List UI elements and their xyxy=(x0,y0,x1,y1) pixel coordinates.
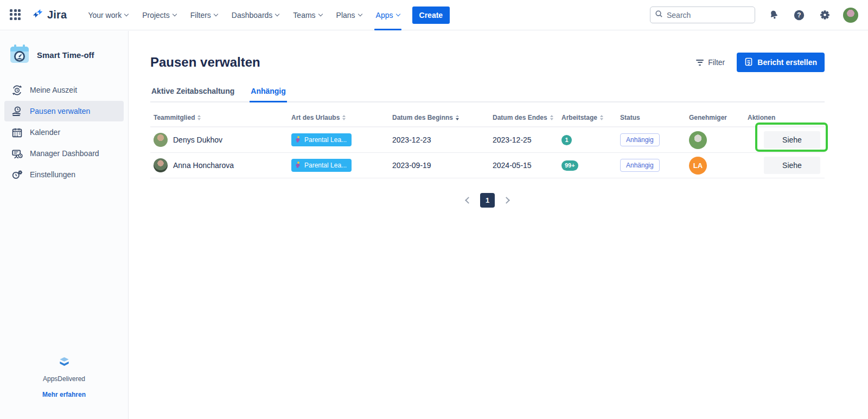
sidebar-item-meine-auszeit[interactable]: Meine Auszeit xyxy=(4,80,124,100)
column-header-arbeitstage[interactable]: Arbeitstage xyxy=(558,109,617,126)
table-header-row: Teammitglied Art des Urlaubs Datum des B… xyxy=(150,109,825,127)
clock-gear-icon xyxy=(11,169,23,181)
status-badge: Anhängig xyxy=(620,133,660,146)
nav-item-plans[interactable]: Plans xyxy=(329,0,369,30)
nav-item-apps[interactable]: Apps xyxy=(369,0,407,30)
sidebar-menu: Meine Auszeit Pausen verwalten xyxy=(0,76,128,188)
search-icon xyxy=(655,10,663,20)
search-input[interactable] xyxy=(667,11,743,20)
siehe-button[interactable]: Siehe xyxy=(764,131,820,149)
nav-item-teams[interactable]: Teams xyxy=(286,0,329,30)
main-content: Pausen verwalten Filter Bericht erstelle… xyxy=(129,31,868,419)
sort-desc-icon xyxy=(456,115,459,120)
nav-item-dashboards[interactable]: Dashboards xyxy=(225,0,286,30)
sidebar-item-pausen-verwalten[interactable]: Pausen verwalten xyxy=(4,101,124,121)
member-avatar[interactable] xyxy=(154,133,168,147)
start-date: 2023-12-23 xyxy=(389,136,489,144)
start-date: 2023-09-19 xyxy=(389,161,489,170)
chevron-down-icon xyxy=(395,11,400,16)
column-header-genehmiger: Genehmiger xyxy=(686,109,744,126)
nav-item-your-work[interactable]: Your work xyxy=(81,0,135,30)
leave-type-badge[interactable]: Parental Lea... xyxy=(291,133,352,146)
search-box[interactable] xyxy=(650,7,755,23)
workdays-badge: 99+ xyxy=(561,160,578,171)
end-date: 2023-12-25 xyxy=(489,136,558,144)
table-row: Anna Honcharova Parental Lea... 2023-09-… xyxy=(150,153,825,178)
next-page-icon[interactable] xyxy=(503,197,510,204)
hand-clock-icon xyxy=(11,106,23,117)
end-date: 2024-05-15 xyxy=(489,161,558,170)
calendar-icon xyxy=(11,127,23,138)
tab-anhaengig[interactable]: Anhängig xyxy=(250,87,287,102)
chevron-down-icon xyxy=(318,11,322,16)
leave-requests-table: Teammitglied Art des Urlaubs Datum des B… xyxy=(150,109,825,178)
chevron-down-icon xyxy=(172,11,176,16)
sidebar-item-label: Einstellungen xyxy=(30,170,75,179)
pregnant-woman-icon xyxy=(294,161,302,170)
filter-icon xyxy=(696,60,704,66)
smart-timeoff-app-icon xyxy=(9,43,30,67)
app-switcher-icon[interactable] xyxy=(10,9,22,21)
sidebar-item-manager-dashboard[interactable]: Manager Dashboard xyxy=(4,143,124,164)
column-header-art-des-urlaubs[interactable]: Art des Urlaubs xyxy=(288,109,389,126)
primary-nav: Your work Projects Filters Dashboards Te… xyxy=(81,0,406,30)
approver-avatar-initials[interactable]: LA xyxy=(689,157,707,175)
nav-item-filters[interactable]: Filters xyxy=(183,0,225,30)
status-badge: Anhängig xyxy=(620,159,660,172)
sidebar-item-label: Meine Auszeit xyxy=(30,86,77,94)
presentation-board-icon xyxy=(11,148,23,159)
svg-text:?: ? xyxy=(797,11,801,19)
column-header-datum-des-beginns[interactable]: Datum des Beginns xyxy=(389,109,489,126)
sidebar-item-einstellungen[interactable]: Einstellungen xyxy=(4,164,124,185)
siehe-button[interactable]: Siehe xyxy=(764,157,820,174)
report-document-icon xyxy=(744,57,753,68)
approver-avatar[interactable] xyxy=(689,131,707,149)
chevron-down-icon xyxy=(124,11,129,16)
jira-logo-text: Jira xyxy=(47,9,67,21)
apps-delivered-label: AppsDelivered xyxy=(0,375,128,383)
previous-page-icon[interactable] xyxy=(465,197,472,204)
tab-bar: Aktive Zeitabschaltung Anhängig xyxy=(150,87,825,102)
sidebar-item-label: Kalender xyxy=(30,128,60,137)
sidebar-item-kalender[interactable]: Kalender xyxy=(4,122,124,143)
help-icon[interactable]: ? xyxy=(792,8,806,22)
filter-button[interactable]: Filter xyxy=(696,58,725,67)
top-navigation-bar: Jira Your work Projects Filters Dashboar… xyxy=(0,0,868,30)
settings-gear-icon[interactable] xyxy=(818,8,832,22)
pagination: 1 xyxy=(150,193,825,208)
sort-icon xyxy=(342,115,346,120)
app-sidebar: Smart Time-off Meine Auszeit xyxy=(0,31,129,419)
nav-item-projects[interactable]: Projects xyxy=(135,0,183,30)
member-name: Denys Dukhov xyxy=(173,136,222,144)
jira-logo-icon xyxy=(31,8,44,22)
leave-type-badge[interactable]: Parental Lea... xyxy=(291,159,352,172)
topnav-right-cluster: ? xyxy=(650,7,858,23)
page-title: Pausen verwalten xyxy=(150,55,260,70)
chevron-down-icon xyxy=(214,11,218,16)
column-header-aktionen: Aktionen xyxy=(744,109,825,126)
column-header-teammitglied[interactable]: Teammitglied xyxy=(150,109,288,126)
tab-aktive-zeitabschaltung[interactable]: Aktive Zeitabschaltung xyxy=(150,87,235,101)
column-header-status: Status xyxy=(617,109,686,126)
table-row: Denys Dukhov Parental Lea... 2023-12-23 … xyxy=(150,127,825,153)
member-name: Anna Honcharova xyxy=(173,161,234,170)
column-header-datum-des-endes[interactable]: Datum des Endes xyxy=(489,109,558,126)
chevron-down-icon xyxy=(358,11,362,16)
learn-more-link[interactable]: Mehr erfahren xyxy=(0,391,128,398)
create-button[interactable]: Create xyxy=(412,7,450,24)
sort-icon xyxy=(600,115,603,120)
app-title: Smart Time-off xyxy=(37,50,94,60)
create-report-button[interactable]: Bericht erstellen xyxy=(737,53,825,72)
sort-icon xyxy=(550,115,553,120)
sidebar-item-label: Pausen verwalten xyxy=(30,107,90,115)
page-number-current[interactable]: 1 xyxy=(480,193,495,208)
user-avatar[interactable] xyxy=(843,8,858,23)
apps-delivered-icon xyxy=(58,360,71,370)
sidebar-item-label: Manager Dashboard xyxy=(30,149,99,158)
sort-icon xyxy=(197,115,201,120)
jira-logo[interactable]: Jira xyxy=(31,8,67,22)
member-avatar[interactable] xyxy=(154,158,168,172)
app-header: Smart Time-off xyxy=(0,31,128,76)
notifications-icon[interactable] xyxy=(767,8,781,22)
clock-sync-icon xyxy=(11,85,23,96)
